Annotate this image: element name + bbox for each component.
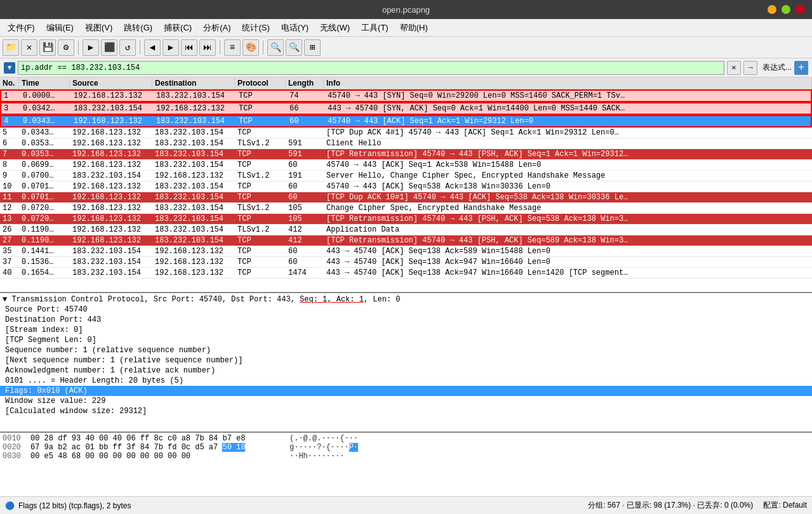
detail-line[interactable]: Sequence number: 1 (relative sequence nu… xyxy=(0,345,812,355)
menu-item[interactable]: 编辑(E) xyxy=(41,21,79,35)
toolbar-zoom-in[interactable]: 🔍 xyxy=(267,39,284,56)
toolbar-restart[interactable]: ↺ xyxy=(119,39,136,56)
menu-item[interactable]: 统计(S) xyxy=(237,21,274,35)
table-row[interactable]: 70.0353…192.168.123.132183.232.103.154TC… xyxy=(0,149,812,160)
filter-input[interactable] xyxy=(18,61,724,75)
table-cell: 10 xyxy=(0,181,19,192)
table-row[interactable]: 60.0353…192.168.123.132183.232.103.154TL… xyxy=(0,138,812,149)
table-row[interactable]: 10.0000…192.168.123.132183.232.103.154TC… xyxy=(0,89,812,102)
toolbar-stop[interactable]: ⬛ xyxy=(101,39,117,56)
menu-item[interactable]: 工具(T) xyxy=(356,21,394,35)
table-cell: 3 xyxy=(1,103,20,114)
table-row[interactable]: 400.1654…183.232.103.154192.168.123.132T… xyxy=(0,268,812,279)
close-button[interactable] xyxy=(795,5,804,14)
filter-expression-label[interactable]: 表达式... xyxy=(762,62,792,73)
menu-item[interactable]: 帮助(H) xyxy=(395,21,433,35)
table-cell: 412 xyxy=(286,225,324,235)
minimize-button[interactable] xyxy=(768,5,776,14)
table-cell: 60 xyxy=(286,192,324,202)
menu-item[interactable]: 视图(V) xyxy=(80,21,117,35)
table-cell: 183.232.103.154 xyxy=(152,235,235,246)
menu-item[interactable]: 无线(W) xyxy=(315,21,355,35)
toolbar-filter-pkt[interactable]: ≡ xyxy=(224,39,241,56)
detail-line[interactable]: Flags: 0x010 (ACK) xyxy=(0,386,812,396)
detail-line[interactable]: [Calculated window size: 29312] xyxy=(0,406,812,416)
table-cell: 0.0343… xyxy=(19,128,70,138)
table-cell: 443 → 45740 [SYN, ACK] Seq=0 Ack=1 Win=1… xyxy=(325,103,811,114)
detail-line[interactable]: Acknowledgment number: 1 (relative ack n… xyxy=(0,366,812,376)
table-cell: 192.168.123.132 xyxy=(71,116,154,126)
protocol-tree-header[interactable]: ▼ Transmission Control Protocol, Src Por… xyxy=(0,294,812,305)
table-cell: 1 xyxy=(1,91,20,101)
detail-line[interactable]: Destination Port: 443 xyxy=(0,315,812,325)
menu-item[interactable]: 分析(A) xyxy=(198,21,236,35)
col-source: Source xyxy=(70,77,152,89)
table-cell: TLSv1.2 xyxy=(235,225,286,235)
hex-row-2: 0020 67 9a b2 ac 01 bb ff 3f 84 7b fd 0c… xyxy=(3,443,809,452)
table-row[interactable]: 40.0343…192.168.123.132183.232.103.154TC… xyxy=(0,115,812,128)
table-row[interactable]: 270.1190…192.168.123.132183.232.103.154T… xyxy=(0,235,812,246)
table-row[interactable]: 260.1190…192.168.123.132183.232.103.154T… xyxy=(0,225,812,235)
table-row[interactable]: 370.1536…183.232.103.154192.168.123.132T… xyxy=(0,257,812,268)
table-cell: 0.1190… xyxy=(19,235,70,246)
packet-rows: 10.0000…192.168.123.132183.232.103.154TC… xyxy=(0,89,812,279)
table-cell: [TCP Retransmission] 45740 → 443 [PSH, A… xyxy=(324,214,812,224)
menu-item[interactable]: 电话(Y) xyxy=(276,21,314,35)
toolbar-options[interactable]: ⚙ xyxy=(58,39,74,56)
toolbar-last[interactable]: ⏭ xyxy=(199,39,216,56)
toolbar-open[interactable]: 📁 xyxy=(3,39,19,56)
detail-line[interactable]: Source Port: 45740 xyxy=(0,305,812,315)
toolbar-save[interactable]: 💾 xyxy=(39,39,56,56)
toolbar-zoom-out[interactable]: 🔍 xyxy=(286,39,302,56)
table-cell: 183.232.103.154 xyxy=(152,225,235,235)
toolbar-close[interactable]: ✕ xyxy=(21,39,37,56)
maximize-button[interactable] xyxy=(782,5,790,14)
toolbar-zoom-reset[interactable]: ⊞ xyxy=(304,39,321,56)
table-row[interactable]: 110.0701…192.168.123.132183.232.103.154T… xyxy=(0,192,812,203)
main-area: No. Time Source Destination Protocol Len… xyxy=(0,77,812,496)
table-row[interactable]: 100.0701…192.168.123.132183.232.103.154T… xyxy=(0,181,812,192)
table-cell: TCP xyxy=(235,214,286,224)
table-cell: TCP xyxy=(235,246,286,256)
col-len: Length xyxy=(286,77,324,89)
table-cell: 443 → 45740 [ACK] Seq=138 Ack=589 Win=15… xyxy=(324,246,812,256)
detail-line[interactable]: [Next sequence number: 1 (relative seque… xyxy=(0,355,812,366)
table-cell: 183.232.103.154 xyxy=(70,257,152,267)
table-row[interactable]: 80.0699…192.168.123.132183.232.103.154TC… xyxy=(0,160,812,171)
detail-line[interactable]: [TCP Segment Len: 0] xyxy=(0,335,812,345)
filter-add-button[interactable]: + xyxy=(794,61,808,75)
table-cell: 1474 xyxy=(286,268,324,278)
detail-line[interactable]: [Stream index: 0] xyxy=(0,325,812,335)
table-cell: 443 → 45740 [ACK] Seq=138 Ack=947 Win=16… xyxy=(324,268,812,278)
table-row[interactable]: 350.1441…183.232.103.154192.168.123.132T… xyxy=(0,246,812,257)
toolbar-first[interactable]: ⏮ xyxy=(181,39,197,56)
detail-line[interactable]: Window size value: 229 xyxy=(0,396,812,406)
table-row[interactable]: 90.0700…183.232.103.154192.168.123.132TL… xyxy=(0,171,812,181)
table-row[interactable]: 50.0343…192.168.123.132183.232.103.154TC… xyxy=(0,128,812,138)
menu-item[interactable]: 捕获(C) xyxy=(159,21,197,35)
detail-line[interactable]: 0101 .... = Header Length: 20 bytes (5) xyxy=(0,376,812,386)
filter-arrow-button[interactable]: → xyxy=(743,61,757,75)
table-cell: 192.168.123.132 xyxy=(71,91,154,101)
table-row[interactable]: 130.0720…192.168.123.132183.232.103.154T… xyxy=(0,214,812,225)
table-cell: 412 xyxy=(286,235,324,246)
menu-item[interactable]: 文件(F) xyxy=(3,21,40,35)
table-cell: TLSv1.2 xyxy=(235,171,286,181)
menu-item[interactable]: 跳转(G) xyxy=(119,21,157,35)
table-cell: Client Hello xyxy=(324,138,812,148)
table-row[interactable]: 30.0342…183.232.103.154192.168.123.132TC… xyxy=(0,102,812,115)
table-cell: 192.168.123.132 xyxy=(70,225,152,235)
table-cell: 0.0699… xyxy=(19,160,70,170)
toolbar-start[interactable]: ▶ xyxy=(83,39,99,56)
table-cell: 45740 → 443 [SYN] Seq=0 Win=29200 Len=0 … xyxy=(325,91,811,101)
toolbar-sep2 xyxy=(140,41,140,55)
table-cell: TLSv1.2 xyxy=(235,203,286,213)
toolbar-next[interactable]: ▶ xyxy=(163,39,179,56)
filter-clear-button[interactable]: ✕ xyxy=(727,61,741,75)
table-cell: 0.1190… xyxy=(19,225,70,235)
toolbar-prev[interactable]: ◀ xyxy=(144,39,161,56)
table-row[interactable]: 120.0720…192.168.123.132183.232.103.154T… xyxy=(0,203,812,214)
table-cell: 60 xyxy=(286,246,324,256)
toolbar-colorize[interactable]: 🎨 xyxy=(243,39,259,56)
packet-list[interactable]: No. Time Source Destination Protocol Len… xyxy=(0,77,812,293)
